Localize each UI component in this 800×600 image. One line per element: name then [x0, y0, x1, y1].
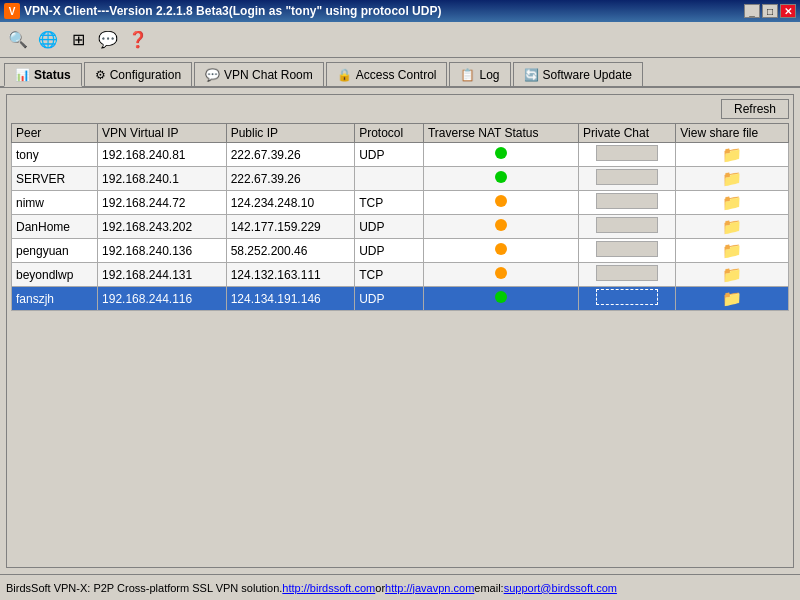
col-protocol: Protocol	[355, 124, 424, 143]
cell-private-chat[interactable]	[578, 167, 675, 191]
toolbar-search[interactable]: 🔍	[4, 26, 32, 54]
cell-private-chat[interactable]	[578, 239, 675, 263]
table-row[interactable]: SERVER 192.168.240.1 222.67.39.26 📁	[12, 167, 789, 191]
peer-table: Peer VPN Virtual IP Public IP Protocol T…	[11, 123, 789, 311]
toolbar-chat[interactable]: 💬	[94, 26, 122, 54]
refresh-row: Refresh	[11, 99, 789, 119]
toolbar: 🔍 🌐 ⊞ 💬 ❓	[0, 22, 800, 58]
configuration-tab-icon: ⚙	[95, 68, 106, 82]
toolbar-globe[interactable]: 🌐	[34, 26, 62, 54]
cell-vpn-ip: 192.168.244.72	[98, 191, 227, 215]
footer-email-text: email:	[474, 582, 503, 594]
cell-view-share[interactable]: 📁	[676, 191, 789, 215]
cell-nat-status	[423, 143, 578, 167]
tab-vpn-chat-room[interactable]: 💬 VPN Chat Room	[194, 62, 324, 86]
main-content: Refresh Peer VPN Virtual IP Public IP Pr…	[0, 88, 800, 574]
tab-bar: 📊 Status ⚙ Configuration 💬 VPN Chat Room…	[0, 58, 800, 88]
col-view-share: View share file	[676, 124, 789, 143]
cell-public-ip: 124.134.191.146	[226, 287, 355, 311]
cell-public-ip: 222.67.39.26	[226, 167, 355, 191]
minimize-button[interactable]: _	[744, 4, 760, 18]
footer: BirdsSoft VPN-X: P2P Cross-platform SSL …	[0, 574, 800, 600]
col-peer: Peer	[12, 124, 98, 143]
vpn-chat-label: VPN Chat Room	[224, 68, 313, 82]
cell-nat-status	[423, 287, 578, 311]
tab-status[interactable]: 📊 Status	[4, 63, 82, 87]
footer-email-link[interactable]: support@birdssoft.com	[504, 582, 617, 594]
status-tab-icon: 📊	[15, 68, 30, 82]
cell-protocol	[355, 167, 424, 191]
cell-protocol: TCP	[355, 191, 424, 215]
cell-nat-status	[423, 167, 578, 191]
footer-or: or	[375, 582, 385, 594]
access-control-label: Access Control	[356, 68, 437, 82]
cell-peer: SERVER	[12, 167, 98, 191]
cell-vpn-ip: 192.168.244.131	[98, 263, 227, 287]
cell-vpn-ip: 192.168.240.1	[98, 167, 227, 191]
toolbar-grid[interactable]: ⊞	[64, 26, 92, 54]
close-button[interactable]: ✕	[780, 4, 796, 18]
table-row[interactable]: fanszjh 192.168.244.116 124.134.191.146 …	[12, 287, 789, 311]
window-controls: _ □ ✕	[744, 4, 796, 18]
cell-public-ip: 124.234.248.10	[226, 191, 355, 215]
access-control-icon: 🔒	[337, 68, 352, 82]
table-row[interactable]: beyondlwp 192.168.244.131 124.132.163.11…	[12, 263, 789, 287]
col-public-ip: Public IP	[226, 124, 355, 143]
cell-nat-status	[423, 239, 578, 263]
footer-text: BirdsSoft VPN-X: P2P Cross-platform SSL …	[6, 582, 282, 594]
configuration-tab-label: Configuration	[110, 68, 181, 82]
footer-link2[interactable]: http://javavpn.com	[385, 582, 474, 594]
log-tab-icon: 📋	[460, 68, 475, 82]
col-vpn-ip: VPN Virtual IP	[98, 124, 227, 143]
software-update-label: Software Update	[543, 68, 632, 82]
table-row[interactable]: tony 192.168.240.81 222.67.39.26 UDP 📁	[12, 143, 789, 167]
table-row[interactable]: nimw 192.168.244.72 124.234.248.10 TCP 📁	[12, 191, 789, 215]
cell-protocol: UDP	[355, 215, 424, 239]
tab-log[interactable]: 📋 Log	[449, 62, 510, 86]
vpn-chat-icon: 💬	[205, 68, 220, 82]
cell-protocol: TCP	[355, 263, 424, 287]
cell-private-chat[interactable]	[578, 215, 675, 239]
software-update-icon: 🔄	[524, 68, 539, 82]
maximize-button[interactable]: □	[762, 4, 778, 18]
status-tab-label: Status	[34, 68, 71, 82]
cell-peer: tony	[12, 143, 98, 167]
table-row[interactable]: pengyuan 192.168.240.136 58.252.200.46 U…	[12, 239, 789, 263]
col-nat-status: Traverse NAT Status	[423, 124, 578, 143]
cell-vpn-ip: 192.168.240.136	[98, 239, 227, 263]
col-private-chat: Private Chat	[578, 124, 675, 143]
cell-public-ip: 142.177.159.229	[226, 215, 355, 239]
cell-public-ip: 58.252.200.46	[226, 239, 355, 263]
title-left: V VPN-X Client---Version 2.2.1.8 Beta3(L…	[4, 3, 441, 19]
cell-vpn-ip: 192.168.240.81	[98, 143, 227, 167]
cell-view-share[interactable]: 📁	[676, 239, 789, 263]
tab-access-control[interactable]: 🔒 Access Control	[326, 62, 448, 86]
footer-link1[interactable]: http://birdssoft.com	[282, 582, 375, 594]
toolbar-help[interactable]: ❓	[124, 26, 152, 54]
cell-protocol: UDP	[355, 287, 424, 311]
content-area: Refresh Peer VPN Virtual IP Public IP Pr…	[6, 94, 794, 568]
cell-private-chat[interactable]	[578, 191, 675, 215]
cell-view-share[interactable]: 📁	[676, 167, 789, 191]
cell-nat-status	[423, 263, 578, 287]
cell-view-share[interactable]: 📁	[676, 143, 789, 167]
refresh-button[interactable]: Refresh	[721, 99, 789, 119]
cell-view-share[interactable]: 📁	[676, 287, 789, 311]
cell-private-chat[interactable]	[578, 263, 675, 287]
cell-nat-status	[423, 215, 578, 239]
cell-peer: fanszjh	[12, 287, 98, 311]
cell-view-share[interactable]: 📁	[676, 215, 789, 239]
cell-vpn-ip: 192.168.244.116	[98, 287, 227, 311]
cell-peer: nimw	[12, 191, 98, 215]
cell-public-ip: 124.132.163.111	[226, 263, 355, 287]
app-icon: V	[4, 3, 20, 19]
cell-private-chat[interactable]	[578, 287, 675, 311]
table-row[interactable]: DanHome 192.168.243.202 142.177.159.229 …	[12, 215, 789, 239]
cell-peer: beyondlwp	[12, 263, 98, 287]
tab-configuration[interactable]: ⚙ Configuration	[84, 62, 192, 86]
cell-private-chat[interactable]	[578, 143, 675, 167]
cell-nat-status	[423, 191, 578, 215]
tab-software-update[interactable]: 🔄 Software Update	[513, 62, 643, 86]
cell-vpn-ip: 192.168.243.202	[98, 215, 227, 239]
cell-view-share[interactable]: 📁	[676, 263, 789, 287]
